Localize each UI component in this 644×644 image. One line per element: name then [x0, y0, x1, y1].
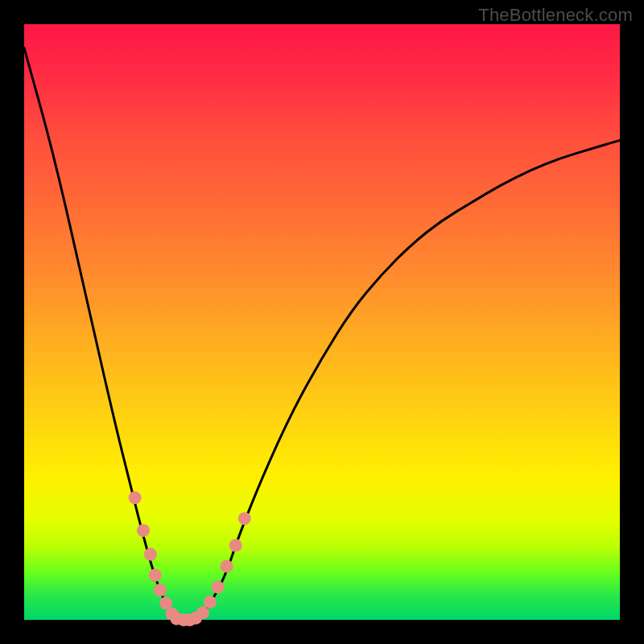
highlight-dots-group: [129, 491, 251, 626]
bottleneck-curve: [24, 48, 620, 620]
highlight-dot: [221, 559, 233, 572]
highlight-dot: [137, 524, 150, 537]
highlight-dot: [204, 596, 217, 609]
plot-area: [24, 24, 620, 620]
watermark-text: TheBottleneck.com: [478, 5, 633, 26]
highlight-dot: [212, 580, 225, 593]
highlight-dot: [144, 548, 157, 561]
highlight-dot: [149, 569, 162, 582]
chart-frame: TheBottleneck.com: [0, 0, 644, 644]
highlight-dot: [196, 606, 209, 619]
highlight-dot: [129, 491, 142, 504]
highlight-dot: [238, 512, 251, 525]
highlight-dot: [229, 539, 242, 552]
highlight-dot: [154, 584, 167, 597]
chart-svg: [24, 24, 620, 620]
